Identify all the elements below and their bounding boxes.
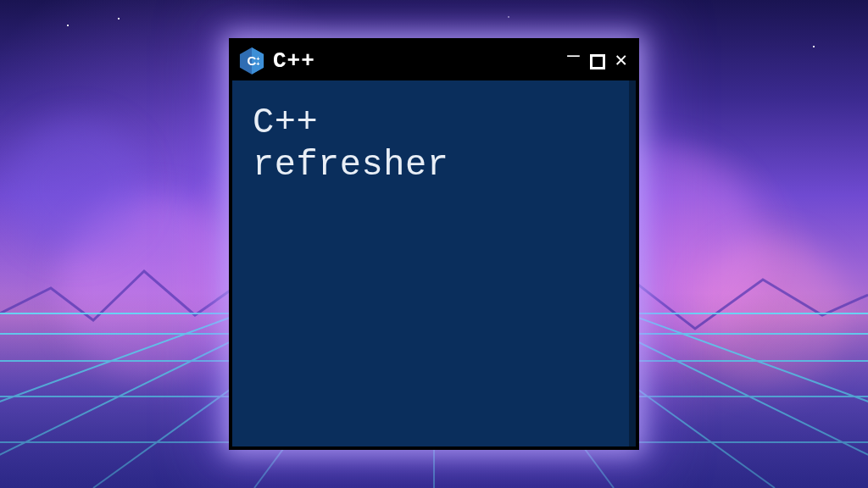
window-title: C++ [273, 48, 315, 74]
minimize-button[interactable]: — [567, 46, 579, 66]
console-content: C++ refresher [232, 80, 636, 208]
close-button[interactable]: ✕ [615, 51, 627, 71]
maximize-button[interactable] [590, 54, 605, 69]
window-right-shadow [629, 80, 636, 446]
window-titlebar[interactable]: C + + C++ — ✕ [232, 42, 636, 80]
cpp-logo-icon: C + + [239, 47, 264, 75]
content-line: refresher [253, 145, 615, 187]
console-window: C + + C++ — ✕ C++ refresher [229, 38, 639, 450]
svg-text:+: + [257, 61, 260, 67]
content-line: C++ [253, 103, 615, 145]
window-controls: — ✕ [567, 51, 627, 71]
svg-text:+: + [257, 56, 260, 62]
svg-text:C: C [248, 53, 257, 68]
